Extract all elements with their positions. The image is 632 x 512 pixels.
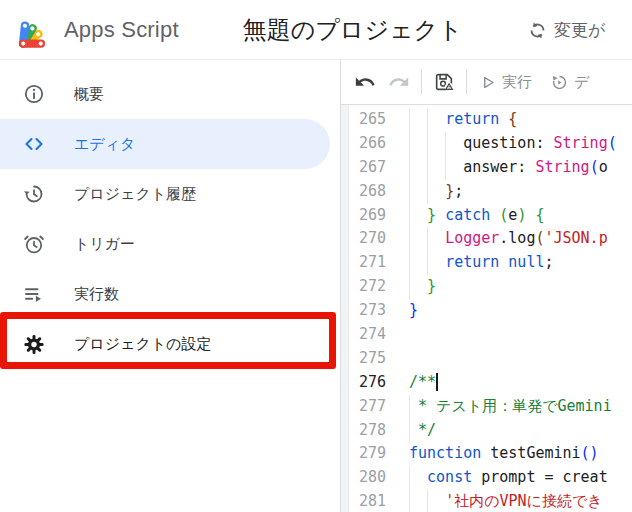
apps-script-logo-icon[interactable]: [14, 11, 54, 49]
code-line-text: function testGemini(): [409, 442, 608, 466]
code-line-text: /**: [409, 371, 438, 395]
code-line-text: Logger.log('JSON.p: [409, 227, 608, 251]
line-number[interactable]: 281: [349, 490, 399, 512]
line-number[interactable]: 265: [349, 108, 399, 132]
toolbar-divider: [466, 70, 467, 94]
sidebar-item-label: 概要: [74, 85, 104, 104]
code-line: 270 Logger.log('JSON.p: [349, 227, 632, 251]
code-line-text: return {: [409, 108, 517, 132]
line-number[interactable]: 277: [349, 395, 399, 419]
line-number[interactable]: 274: [349, 323, 399, 347]
header: Apps Script 無題のプロジェクト 変更が: [0, 0, 632, 60]
debug-button[interactable]: デ: [550, 73, 589, 92]
redo-icon: [388, 71, 410, 93]
line-number[interactable]: 267: [349, 156, 399, 180]
line-number[interactable]: 280: [349, 466, 399, 490]
code-line: 280 const prompt = creat: [349, 466, 632, 490]
line-number[interactable]: 268: [349, 180, 399, 204]
indent-guide: [427, 227, 428, 251]
indent-guide: [427, 156, 428, 180]
debug-icon: [550, 73, 569, 92]
play-icon: [478, 73, 497, 92]
save-with-warning-icon: [433, 71, 455, 93]
code-line: 269 } catch (e) {: [349, 204, 632, 228]
indent-guide: [409, 227, 410, 251]
gear-icon: [22, 332, 46, 356]
editor-left-rail: [341, 105, 349, 512]
line-number[interactable]: 269: [349, 204, 399, 228]
indent-guide: [409, 275, 410, 299]
sidebar-item-label: プロジェクト履歴: [74, 185, 196, 204]
line-number[interactable]: 278: [349, 419, 399, 443]
code-line: 275: [349, 347, 632, 371]
code-line-text: };: [409, 180, 463, 204]
code-region: 265 return {266 question: String(267 ans…: [341, 105, 632, 512]
code-line-text: * テスト用：単発でGemini: [409, 395, 612, 419]
toolbar-divider: [421, 70, 422, 94]
apps-script-window: Apps Script 無題のプロジェクト 変更が 概要エディタプロジェクト履歴…: [0, 0, 632, 512]
code-line-text: answer: String(o: [409, 156, 608, 180]
code-line: 266 question: String(: [349, 132, 632, 156]
indent-guide: [427, 108, 428, 132]
indent-guide: [409, 251, 410, 275]
line-number[interactable]: 275: [349, 347, 399, 371]
info-icon: [22, 82, 46, 106]
code-line: 273}: [349, 299, 632, 323]
text-cursor: [436, 373, 438, 391]
code-line-text: const prompt = creat: [409, 466, 608, 490]
sidebar-item-label: プロジェクトの設定: [74, 335, 211, 354]
sidebar-item-project-settings[interactable]: プロジェクトの設定: [0, 319, 330, 369]
history-icon: [22, 182, 46, 206]
code-icon: [22, 132, 46, 156]
line-number[interactable]: 270: [349, 227, 399, 251]
code-line: 274: [349, 323, 632, 347]
code-line-text: }: [409, 275, 436, 299]
indent-guide: [409, 204, 410, 228]
app-name: Apps Script: [64, 17, 179, 43]
code-line: 272 }: [349, 275, 632, 299]
indent-guide: [409, 466, 410, 490]
run-label: 実行: [502, 73, 532, 92]
code-line-text: return null;: [409, 251, 554, 275]
line-number[interactable]: 279: [349, 442, 399, 466]
code-line-text: } catch (e) {: [409, 204, 544, 228]
code-line: 271 return null;: [349, 251, 632, 275]
code-line: 277 * テスト用：単発でGemini: [349, 395, 632, 419]
code-lines[interactable]: 265 return {266 question: String(267 ans…: [349, 105, 632, 512]
save-status: 変更が: [528, 0, 605, 60]
main-area: 概要エディタプロジェクト履歴トリガー実行数プロジェクトの設定: [0, 60, 632, 512]
indent-guide: [409, 395, 410, 419]
indent-guide: [427, 490, 428, 512]
sidebar-item-project-history[interactable]: プロジェクト履歴: [0, 169, 330, 219]
line-number[interactable]: 266: [349, 132, 399, 156]
alarm-icon: [22, 232, 46, 256]
indent-guide: [427, 132, 428, 156]
line-number[interactable]: 272: [349, 275, 399, 299]
project-title[interactable]: 無題のプロジェクト: [243, 14, 463, 46]
undo-button[interactable]: [354, 71, 376, 93]
indent-guide: [445, 132, 446, 156]
sidebar-item-executions[interactable]: 実行数: [0, 269, 330, 319]
indent-guide: [409, 156, 410, 180]
indent-guide: [409, 419, 410, 443]
code-line-text: }: [409, 299, 418, 323]
save-status-text: 変更が: [554, 19, 605, 42]
indent-guide: [409, 132, 410, 156]
save-button[interactable]: [433, 71, 455, 93]
code-line: 278 */: [349, 419, 632, 443]
code-line-text: question: String(: [409, 132, 617, 156]
sidebar-item-label: 実行数: [74, 285, 119, 304]
indent-guide: [409, 490, 410, 512]
undo-icon: [354, 71, 376, 93]
code-line: 268 };: [349, 180, 632, 204]
sidebar-item-overview[interactable]: 概要: [0, 69, 330, 119]
sidebar-item-editor[interactable]: エディタ: [0, 119, 330, 169]
line-number[interactable]: 271: [349, 251, 399, 275]
redo-button[interactable]: [388, 71, 410, 93]
indent-guide: [409, 180, 410, 204]
line-number[interactable]: 273: [349, 299, 399, 323]
code-line: 267 answer: String(o: [349, 156, 632, 180]
line-number[interactable]: 276: [349, 371, 399, 395]
sidebar-item-triggers[interactable]: トリガー: [0, 219, 330, 269]
run-button[interactable]: 実行: [478, 73, 532, 92]
